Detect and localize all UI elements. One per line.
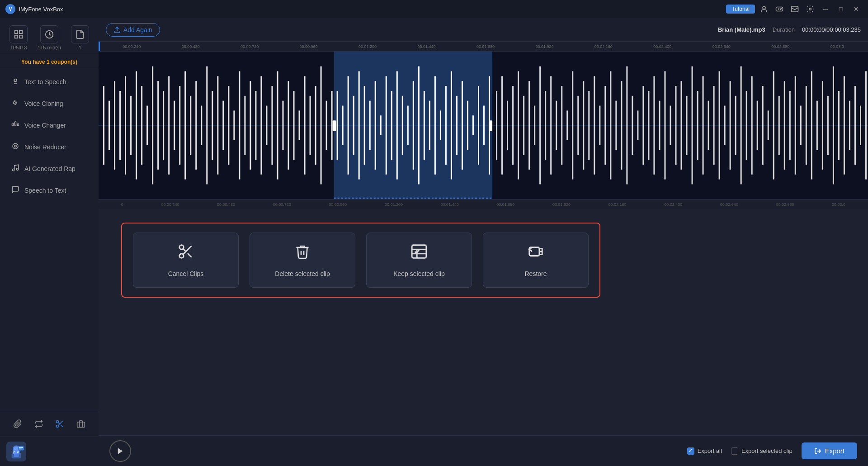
svg-rect-111 <box>434 76 436 174</box>
app-logo: V <box>5 4 15 14</box>
coupon-banner: You have 1 coupon(s) <box>0 56 99 68</box>
stat-value-count: 1 <box>79 45 81 50</box>
sidebar-stats: 105413 115 min(s) 1 <box>0 22 99 54</box>
svg-rect-182 <box>822 81 823 170</box>
svg-rect-118 <box>472 115 474 135</box>
svg-rect-53 <box>119 91 121 160</box>
sidebar-item-voice-cloning[interactable]: Voice Cloning <box>3 93 96 114</box>
svg-rect-104 <box>396 71 398 179</box>
action-buttons-grid: Cancel Clips Delete selected clip <box>121 223 600 298</box>
svg-rect-35 <box>14 454 19 457</box>
ai-rap-icon <box>11 164 20 174</box>
svg-rect-136 <box>572 71 573 179</box>
svg-rect-74 <box>233 110 235 140</box>
svg-rect-81 <box>271 86 273 165</box>
keep-selected-label: Keep selected clip <box>393 270 445 277</box>
svg-rect-67 <box>195 81 197 170</box>
export-all-option: ✓ Export all <box>687 447 722 455</box>
svg-rect-65 <box>184 71 186 179</box>
svg-rect-19 <box>18 124 19 126</box>
speech-to-text-label: Speech to Text <box>24 187 66 194</box>
file-info: Brian (Male).mp3 Duration 00:00:00/00:00… <box>718 26 861 33</box>
waveform-container[interactable]: 00:00.240 00:00.480 00:00.720 00:00.960 … <box>99 42 868 209</box>
sidebar-item-voice-changer[interactable]: Voice Changer <box>3 115 96 136</box>
export-selected-option: Export selected clip <box>731 447 793 455</box>
close-button[interactable]: ✕ <box>850 3 863 15</box>
user-icon[interactable] <box>758 3 770 15</box>
keep-selected-button[interactable]: Keep selected clip <box>366 233 472 288</box>
duration-label: Duration <box>773 26 795 33</box>
export-button[interactable]: Export <box>802 442 857 459</box>
svg-rect-122 <box>496 91 497 160</box>
stat-minutes: 115 min(s) <box>38 25 61 50</box>
sidebar-item-noise-reducer[interactable]: Noise Reducer <box>3 137 96 157</box>
tutorial-button[interactable]: Tutorial <box>726 5 755 14</box>
svg-rect-176 <box>789 91 791 160</box>
stat-icon-total <box>9 25 28 43</box>
briefcase-icon[interactable] <box>73 416 89 432</box>
add-again-label: Add Again <box>123 26 152 33</box>
svg-rect-52 <box>114 81 115 170</box>
svg-rect-120 <box>483 106 485 145</box>
svg-rect-132 <box>550 76 552 174</box>
svg-rect-107 <box>413 81 414 170</box>
speech-to-text-icon <box>11 185 20 195</box>
sidebar-item-ai-rap[interactable]: AI Generated Rap <box>3 158 96 179</box>
svg-rect-109 <box>424 91 425 160</box>
svg-point-20 <box>13 143 18 149</box>
avatar-image <box>6 442 26 461</box>
play-button[interactable] <box>109 440 131 462</box>
svg-rect-12 <box>15 35 18 38</box>
delete-selected-button[interactable]: Delete selected clip <box>250 233 355 288</box>
svg-rect-161 <box>708 101 709 150</box>
svg-rect-90 <box>321 67 322 185</box>
restore-button[interactable]: Restore <box>483 233 589 288</box>
svg-rect-168 <box>746 91 747 160</box>
minimize-button[interactable]: ─ <box>819 3 832 15</box>
settings-icon[interactable] <box>804 3 816 15</box>
svg-rect-153 <box>664 71 665 179</box>
svg-rect-152 <box>659 101 660 150</box>
waveform-svg[interactable] <box>99 52 868 199</box>
game-icon[interactable] <box>773 3 786 15</box>
svg-rect-101 <box>380 115 382 135</box>
svg-rect-86 <box>299 110 300 140</box>
svg-rect-171 <box>762 86 764 165</box>
svg-rect-91 <box>326 101 327 150</box>
stat-icon-count <box>71 25 89 43</box>
svg-point-7 <box>780 9 781 10</box>
mail-icon[interactable] <box>788 3 801 15</box>
svg-text:V: V <box>9 7 12 12</box>
noise-reducer-label: Noise Reducer <box>24 143 66 151</box>
svg-rect-88 <box>310 96 311 155</box>
sidebar-item-text-to-speech[interactable]: Text to Speech <box>3 71 96 92</box>
noise-reducer-icon <box>11 142 20 152</box>
export-selected-checkbox[interactable] <box>731 447 738 455</box>
sidebar-item-speech-to-text[interactable]: Speech to Text <box>3 180 96 201</box>
svg-rect-48 <box>333 120 336 131</box>
svg-rect-85 <box>293 91 295 160</box>
svg-rect-59 <box>152 67 153 185</box>
repeat-icon[interactable] <box>31 416 47 432</box>
svg-rect-128 <box>528 81 530 170</box>
cut-icon[interactable] <box>52 416 68 432</box>
stat-value-minutes: 115 min(s) <box>38 45 61 50</box>
maximize-button[interactable]: □ <box>835 3 847 15</box>
svg-rect-177 <box>795 76 796 174</box>
stat-total: 105413 <box>9 25 28 50</box>
svg-rect-77 <box>250 81 251 170</box>
svg-line-27 <box>61 425 63 427</box>
export-all-checkbox[interactable]: ✓ <box>687 447 694 455</box>
text-to-speech-icon <box>11 77 20 87</box>
svg-rect-117 <box>467 101 468 150</box>
svg-rect-106 <box>407 106 409 145</box>
svg-rect-94 <box>342 106 344 145</box>
svg-rect-92 <box>331 91 333 160</box>
svg-marker-203 <box>118 448 123 454</box>
attachment-icon[interactable] <box>9 416 26 432</box>
svg-rect-197 <box>412 245 426 258</box>
svg-rect-121 <box>489 76 490 174</box>
cancel-clips-button[interactable]: Cancel Clips <box>133 233 239 288</box>
delete-selected-icon <box>294 243 311 264</box>
add-again-button[interactable]: Add Again <box>106 23 160 37</box>
